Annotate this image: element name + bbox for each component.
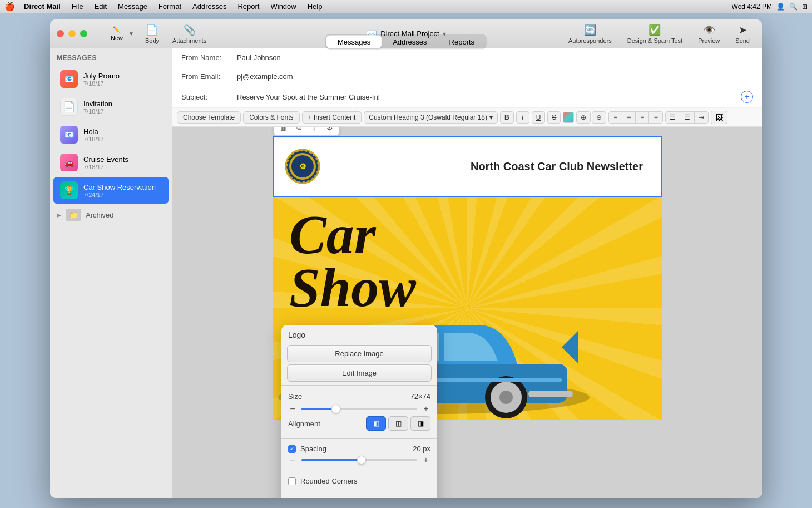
titlebar-actions: 🔄 Autoresponders ✅ Design & Spam Test 👁️… [563, 22, 755, 46]
sidebar-item-invitation[interactable]: 📄 Invitation 7/18/17 [53, 93, 169, 120]
minimize-button[interactable] [68, 30, 76, 37]
add-field-button[interactable]: + [741, 91, 753, 103]
menu-file[interactable]: File [67, 1, 88, 12]
archived-row[interactable]: ▶ 📁 Archived [50, 204, 172, 225]
replace-image-button[interactable]: Replace Image [287, 345, 432, 362]
align-right-btn[interactable]: ◨ [410, 416, 430, 431]
alignment-label: Alignment [288, 420, 364, 428]
align-center-button[interactable]: ≡ [622, 112, 636, 123]
unordered-list-button[interactable]: ☰ [666, 112, 680, 123]
color-adjust-1[interactable]: ⊕ [576, 111, 591, 124]
item-title-july: July Promo [83, 72, 162, 80]
close-button[interactable] [57, 30, 64, 37]
time-display: Wed 4:42 PM [732, 3, 772, 11]
align-justify-button[interactable]: ≡ [649, 112, 662, 123]
choose-template-button[interactable]: Choose Template [177, 111, 241, 124]
underline-button[interactable]: U [532, 111, 546, 124]
menu-direct-mail[interactable]: Direct Mail [19, 1, 65, 12]
from-email-value[interactable]: pj@example.com [237, 72, 753, 81]
new-button-split[interactable]: ✏️ New ▼ [107, 24, 136, 43]
popup-label-input[interactable] [288, 331, 430, 339]
sidebar-item-july-promo[interactable]: 📧 July Promo 7/18/17 [53, 66, 169, 92]
align-center-btn[interactable]: ◫ [388, 416, 408, 431]
popup-header [281, 325, 437, 343]
tab-messages[interactable]: Messages [326, 35, 382, 48]
menu-report[interactable]: Report [233, 1, 264, 12]
email-body[interactable]: 🗑 ⧉ ↕ ⚙ ⚙ [172, 127, 762, 498]
subject-value[interactable]: Reserve Your Spot at the Summer Cruise-I… [237, 93, 741, 101]
item-title-cruise: Cruise Events [83, 155, 162, 164]
car-word-car: Car [289, 208, 376, 261]
nav-tabs: Messages Addresses Reports [325, 34, 487, 49]
autoresponders-button[interactable]: 🔄 Autoresponders [563, 22, 617, 46]
design-spam-button[interactable]: ✅ Design & Spam Test [622, 22, 688, 46]
logo-section[interactable]: 🗑 ⧉ ↕ ⚙ ⚙ [273, 136, 662, 197]
size-slider-thumb[interactable] [331, 405, 340, 413]
menu-edit[interactable]: Edit [90, 1, 111, 12]
body-icon: 📄 [146, 24, 158, 36]
spacing-checkbox[interactable]: ✓ [288, 445, 296, 453]
logo-image[interactable]: ⚙ [283, 146, 323, 187]
apple-menu[interactable]: 🍎 [4, 2, 15, 12]
send-button[interactable]: ➤ Send [730, 22, 755, 46]
rounded-corners-checkbox[interactable] [288, 477, 296, 485]
menu-addresses[interactable]: Addresses [188, 1, 231, 12]
sidebar-item-hola[interactable]: 📧 Hola 7/18/17 [53, 121, 169, 148]
edit-image-button[interactable]: Edit Image [287, 364, 432, 382]
item-date-july: 7/18/17 [83, 80, 162, 87]
popup-divider-2 [281, 438, 437, 439]
disclosure-triangle: ▶ [57, 212, 61, 218]
logo-copy-btn[interactable]: ⧉ [291, 127, 306, 134]
align-right-button[interactable]: ≡ [636, 112, 649, 123]
popup-divider-3 [281, 471, 437, 471]
font-select[interactable]: Custom Heading 3 (Oswald Regular 18) ▾ [364, 111, 498, 124]
size-slider-minus[interactable]: − [288, 404, 297, 414]
spacing-slider-minus[interactable]: − [288, 455, 297, 465]
archived-label: Archived [86, 211, 114, 219]
sidebar-item-cruise[interactable]: 🚗 Cruise Events 7/18/17 [53, 149, 169, 176]
color-adjust-2[interactable]: ⊖ [592, 111, 606, 124]
from-name-value[interactable]: Paul Johnson [237, 53, 753, 62]
menu-message[interactable]: Message [113, 1, 152, 12]
spacing-slider-thumb[interactable] [357, 456, 366, 465]
new-icon: ✏️ [113, 26, 121, 33]
maximize-button[interactable] [80, 30, 87, 37]
strikethrough-button[interactable]: S [547, 111, 561, 124]
search-icon[interactable]: 🔍 [789, 3, 798, 11]
sidebar-item-car-show[interactable]: 🏆 Car Show Reservation 7/24/17 [53, 177, 169, 204]
svg-text:⚙: ⚙ [299, 162, 306, 171]
indent-button[interactable]: ⇥ [695, 112, 708, 123]
spacing-slider-track[interactable] [301, 459, 417, 461]
subject-row: Subject: Reserve Your Spot at the Summer… [172, 86, 762, 108]
new-arrow[interactable]: ▼ [126, 28, 136, 39]
align-left-btn[interactable]: ◧ [366, 416, 386, 431]
tab-reports[interactable]: Reports [438, 35, 486, 48]
tab-addresses[interactable]: Addresses [382, 35, 438, 48]
attachments-button[interactable]: 📎 Attachments [168, 22, 211, 46]
color-picker-button[interactable] [563, 112, 574, 123]
italic-button[interactable]: I [516, 111, 529, 124]
logo-move-btn[interactable]: ↕ [307, 127, 321, 134]
right-panel: From Name: Paul Johnson From Email: pj@e… [172, 48, 762, 498]
menu-help[interactable]: Help [303, 1, 327, 12]
logo-delete-btn[interactable]: 🗑 [276, 127, 290, 134]
controls-icon[interactable]: ⊞ [802, 3, 808, 11]
menu-window[interactable]: Window [266, 1, 300, 12]
insert-content-button[interactable]: + Insert Content [302, 111, 362, 124]
from-name-label: From Name: [181, 53, 237, 62]
spacing-slider-plus[interactable]: + [422, 455, 430, 465]
menu-format[interactable]: Format [154, 1, 186, 12]
insert-image-button[interactable]: 🖼 [711, 111, 727, 124]
body-button[interactable]: 📄 Body [141, 22, 164, 46]
subject-label: Subject: [181, 93, 237, 101]
bold-button[interactable]: B [500, 111, 514, 124]
avatar-invite: 📄 [60, 98, 78, 116]
colors-fonts-button[interactable]: Colors & Fonts [243, 111, 299, 124]
align-left-button[interactable]: ≡ [609, 112, 622, 123]
ordered-list-button[interactable]: ☰ [680, 112, 695, 123]
logo-settings-btn[interactable]: ⚙ [323, 127, 337, 134]
size-slider-track[interactable] [301, 408, 417, 410]
size-slider-plus[interactable]: + [422, 404, 430, 414]
preview-button[interactable]: 👁️ Preview [692, 22, 725, 46]
email-content: 🗑 ⧉ ↕ ⚙ ⚙ [273, 136, 662, 420]
